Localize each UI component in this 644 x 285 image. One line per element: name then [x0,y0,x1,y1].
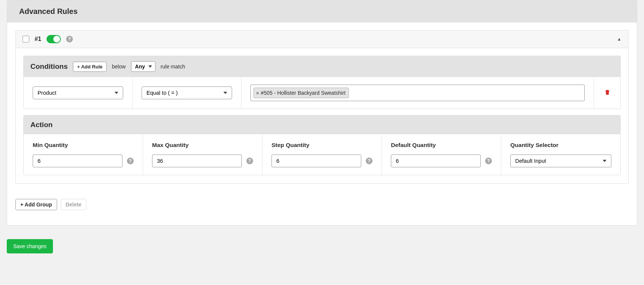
match-mode-select[interactable]: Any [131,61,155,72]
conditions-header: Conditions + Add Rule below Any rule mat… [24,56,620,77]
condition-row: Product Equal to ( = ) [24,77,620,109]
conditions-title: Conditions [30,62,68,71]
min-qty-cell: Min Quantity ? [24,134,143,175]
collapse-icon[interactable]: ▲ [617,36,621,42]
qty-selector-cell: Quantity Selector Default Input [501,134,620,175]
delete-condition-icon[interactable] [604,89,611,97]
min-qty-input[interactable] [33,155,122,167]
below-text: below [112,64,126,70]
product-tag: × #505 - Hollister Backyard Sweatshirt [253,88,349,98]
tag-remove-icon[interactable]: × [256,90,259,96]
step-qty-input[interactable] [271,155,361,167]
group-footer-actions: + Add Group Delete [15,199,629,210]
save-changes-button[interactable]: Save changes [7,239,53,253]
tag-label: #505 - Hollister Backyard Sweatshirt [261,90,346,96]
add-group-button[interactable]: + Add Group [15,199,57,210]
step-qty-cell: Step Quantity ? [262,134,382,175]
help-icon[interactable]: ? [66,36,73,42]
max-qty-label: Max Quantity [152,142,253,149]
panel-title: Advanced Rules [19,7,625,16]
toggle-knob [53,36,60,42]
help-icon[interactable]: ? [246,158,253,164]
action-subpanel: Action Min Quantity ? Ma [23,115,621,175]
action-header: Action [24,115,620,134]
default-qty-label: Default Quantity [391,142,492,149]
help-icon[interactable]: ? [485,158,492,164]
group-number-label: #1 [35,36,41,42]
default-qty-cell: Default Quantity ? [382,134,501,175]
condition-operator-select[interactable]: Equal to ( = ) [142,86,232,99]
condition-value-input[interactable]: × #505 - Hollister Backyard Sweatshirt [250,85,585,101]
step-qty-label: Step Quantity [271,142,373,149]
add-rule-button[interactable]: + Add Rule [73,62,107,72]
panel-header: Advanced Rules [7,0,637,23]
condition-field-select[interactable]: Product [33,86,123,99]
save-bar: Save changes [7,239,637,253]
advanced-rules-panel: Advanced Rules #1 ? ▲ [7,0,637,226]
qty-selector-select[interactable]: Default Input [510,155,611,167]
default-qty-input[interactable] [391,155,481,167]
max-qty-cell: Max Quantity ? [143,134,262,175]
qty-selector-label: Quantity Selector [510,142,611,149]
group-header: #1 ? ▲ [16,30,628,48]
help-icon[interactable]: ? [127,158,134,164]
max-qty-input[interactable] [152,155,242,167]
rule-match-text: rule match [161,64,185,70]
delete-group-button[interactable]: Delete [61,199,86,210]
min-qty-label: Min Quantity [33,142,134,149]
help-icon[interactable]: ? [366,158,373,164]
rule-group: #1 ? ▲ Conditions + Add Rule below [15,30,629,184]
group-enabled-toggle[interactable] [47,35,61,43]
group-select-checkbox[interactable] [23,36,29,42]
action-title: Action [30,121,53,129]
conditions-subpanel: Conditions + Add Rule below Any rule mat… [23,56,621,109]
